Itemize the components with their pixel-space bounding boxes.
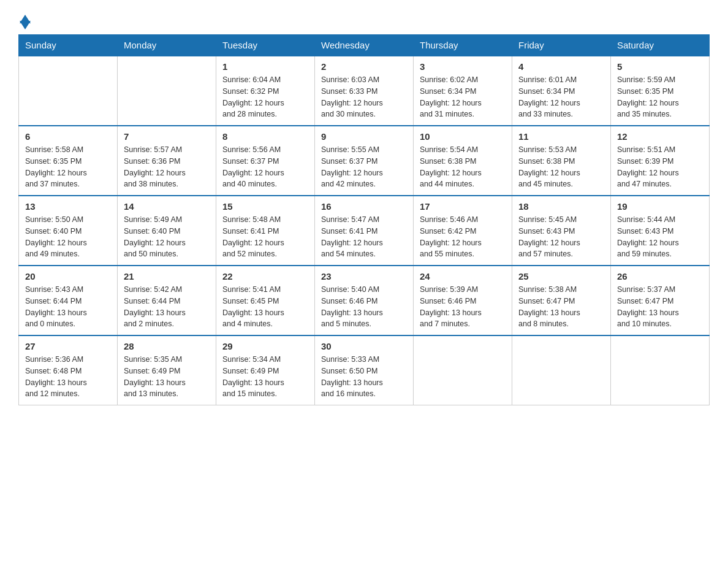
calendar-cell: 18Sunrise: 5:45 AM Sunset: 6:43 PM Dayli… xyxy=(512,196,611,266)
page-header xyxy=(18,12,710,27)
calendar-week-row: 27Sunrise: 5:36 AM Sunset: 6:48 PM Dayli… xyxy=(19,335,710,405)
calendar-week-row: 20Sunrise: 5:43 AM Sunset: 6:44 PM Dayli… xyxy=(19,266,710,335)
calendar-cell: 13Sunrise: 5:50 AM Sunset: 6:40 PM Dayli… xyxy=(19,196,118,266)
day-number: 3 xyxy=(420,61,506,72)
day-info: Sunrise: 5:43 AM Sunset: 6:44 PM Dayligh… xyxy=(25,284,111,330)
day-number: 29 xyxy=(222,341,308,351)
day-number: 27 xyxy=(25,341,111,351)
calendar-cell: 16Sunrise: 5:47 AM Sunset: 6:41 PM Dayli… xyxy=(315,196,414,266)
day-info: Sunrise: 5:55 AM Sunset: 6:37 PM Dayligh… xyxy=(321,144,407,190)
calendar-cell: 10Sunrise: 5:54 AM Sunset: 6:38 PM Dayli… xyxy=(414,126,512,196)
calendar-cell xyxy=(414,335,512,405)
calendar-cell: 11Sunrise: 5:53 AM Sunset: 6:38 PM Dayli… xyxy=(512,126,611,196)
calendar-cell: 22Sunrise: 5:41 AM Sunset: 6:45 PM Dayli… xyxy=(216,266,315,335)
day-info: Sunrise: 6:04 AM Sunset: 6:32 PM Dayligh… xyxy=(222,74,308,120)
day-number: 7 xyxy=(124,131,210,142)
calendar-cell: 30Sunrise: 5:33 AM Sunset: 6:50 PM Dayli… xyxy=(315,335,414,405)
calendar-cell: 26Sunrise: 5:37 AM Sunset: 6:47 PM Dayli… xyxy=(611,266,710,335)
day-info: Sunrise: 5:42 AM Sunset: 6:44 PM Dayligh… xyxy=(124,284,210,330)
day-info: Sunrise: 5:51 AM Sunset: 6:39 PM Dayligh… xyxy=(617,144,703,190)
day-number: 22 xyxy=(222,271,308,282)
day-number: 21 xyxy=(124,271,210,282)
calendar-cell xyxy=(512,335,611,405)
calendar-cell: 12Sunrise: 5:51 AM Sunset: 6:39 PM Dayli… xyxy=(611,126,710,196)
weekday-header-sunday: Sunday xyxy=(19,35,118,56)
calendar-cell: 14Sunrise: 5:49 AM Sunset: 6:40 PM Dayli… xyxy=(118,196,216,266)
day-number: 5 xyxy=(617,61,703,72)
day-info: Sunrise: 5:58 AM Sunset: 6:35 PM Dayligh… xyxy=(25,144,111,190)
weekday-header-tuesday: Tuesday xyxy=(216,35,315,56)
weekday-header-saturday: Saturday xyxy=(611,35,710,56)
day-number: 14 xyxy=(124,201,210,212)
day-number: 23 xyxy=(321,271,407,282)
day-number: 8 xyxy=(222,131,308,142)
calendar-cell: 23Sunrise: 5:40 AM Sunset: 6:46 PM Dayli… xyxy=(315,266,414,335)
day-info: Sunrise: 5:36 AM Sunset: 6:48 PM Dayligh… xyxy=(25,354,111,400)
day-info: Sunrise: 6:02 AM Sunset: 6:34 PM Dayligh… xyxy=(420,74,506,120)
calendar-cell: 20Sunrise: 5:43 AM Sunset: 6:44 PM Dayli… xyxy=(19,266,118,335)
day-info: Sunrise: 5:59 AM Sunset: 6:35 PM Dayligh… xyxy=(617,74,703,120)
day-number: 30 xyxy=(321,341,407,351)
day-number: 20 xyxy=(25,271,111,282)
day-number: 2 xyxy=(321,61,407,72)
day-number: 15 xyxy=(222,201,308,212)
calendar-cell: 25Sunrise: 5:38 AM Sunset: 6:47 PM Dayli… xyxy=(512,266,611,335)
calendar-cell: 7Sunrise: 5:57 AM Sunset: 6:36 PM Daylig… xyxy=(118,126,216,196)
day-info: Sunrise: 5:54 AM Sunset: 6:38 PM Dayligh… xyxy=(420,144,506,190)
calendar-cell: 4Sunrise: 6:01 AM Sunset: 6:34 PM Daylig… xyxy=(512,56,611,126)
day-number: 26 xyxy=(617,271,703,282)
day-info: Sunrise: 5:46 AM Sunset: 6:42 PM Dayligh… xyxy=(420,214,506,260)
calendar-cell: 6Sunrise: 5:58 AM Sunset: 6:35 PM Daylig… xyxy=(19,126,118,196)
day-info: Sunrise: 5:34 AM Sunset: 6:49 PM Dayligh… xyxy=(222,354,308,400)
day-number: 9 xyxy=(321,131,407,142)
day-number: 17 xyxy=(420,201,506,212)
calendar-week-row: 13Sunrise: 5:50 AM Sunset: 6:40 PM Dayli… xyxy=(19,196,710,266)
day-number: 10 xyxy=(420,131,506,142)
day-number: 24 xyxy=(420,271,506,282)
logo xyxy=(18,12,31,27)
calendar-cell: 21Sunrise: 5:42 AM Sunset: 6:44 PM Dayli… xyxy=(118,266,216,335)
day-info: Sunrise: 5:45 AM Sunset: 6:43 PM Dayligh… xyxy=(518,214,604,260)
calendar-table: SundayMondayTuesdayWednesdayThursdayFrid… xyxy=(18,34,710,405)
day-info: Sunrise: 5:35 AM Sunset: 6:49 PM Dayligh… xyxy=(124,354,210,400)
day-info: Sunrise: 6:03 AM Sunset: 6:33 PM Dayligh… xyxy=(321,74,407,120)
day-info: Sunrise: 5:33 AM Sunset: 6:50 PM Dayligh… xyxy=(321,354,407,400)
calendar-cell: 15Sunrise: 5:48 AM Sunset: 6:41 PM Dayli… xyxy=(216,196,315,266)
calendar-cell: 24Sunrise: 5:39 AM Sunset: 6:46 PM Dayli… xyxy=(414,266,512,335)
calendar-cell xyxy=(611,335,710,405)
calendar-week-row: 6Sunrise: 5:58 AM Sunset: 6:35 PM Daylig… xyxy=(19,126,710,196)
calendar-cell: 8Sunrise: 5:56 AM Sunset: 6:37 PM Daylig… xyxy=(216,126,315,196)
calendar-cell: 5Sunrise: 5:59 AM Sunset: 6:35 PM Daylig… xyxy=(611,56,710,126)
day-number: 6 xyxy=(25,131,111,142)
calendar-cell: 19Sunrise: 5:44 AM Sunset: 6:43 PM Dayli… xyxy=(611,196,710,266)
calendar-cell: 27Sunrise: 5:36 AM Sunset: 6:48 PM Dayli… xyxy=(19,335,118,405)
calendar-cell: 1Sunrise: 6:04 AM Sunset: 6:32 PM Daylig… xyxy=(216,56,315,126)
weekday-header-wednesday: Wednesday xyxy=(315,35,414,56)
day-info: Sunrise: 5:38 AM Sunset: 6:47 PM Dayligh… xyxy=(518,284,604,330)
day-info: Sunrise: 5:44 AM Sunset: 6:43 PM Dayligh… xyxy=(617,214,703,260)
calendar-cell xyxy=(118,56,216,126)
calendar-cell: 9Sunrise: 5:55 AM Sunset: 6:37 PM Daylig… xyxy=(315,126,414,196)
day-info: Sunrise: 5:56 AM Sunset: 6:37 PM Dayligh… xyxy=(222,144,308,190)
calendar-cell: 29Sunrise: 5:34 AM Sunset: 6:49 PM Dayli… xyxy=(216,335,315,405)
day-info: Sunrise: 6:01 AM Sunset: 6:34 PM Dayligh… xyxy=(518,74,604,120)
calendar-cell xyxy=(19,56,118,126)
calendar-cell: 28Sunrise: 5:35 AM Sunset: 6:49 PM Dayli… xyxy=(118,335,216,405)
day-info: Sunrise: 5:49 AM Sunset: 6:40 PM Dayligh… xyxy=(124,214,210,260)
day-info: Sunrise: 5:48 AM Sunset: 6:41 PM Dayligh… xyxy=(222,214,308,260)
day-number: 28 xyxy=(124,341,210,351)
day-number: 11 xyxy=(518,131,604,142)
weekday-header-thursday: Thursday xyxy=(414,35,512,56)
calendar-cell: 2Sunrise: 6:03 AM Sunset: 6:33 PM Daylig… xyxy=(315,56,414,126)
day-info: Sunrise: 5:50 AM Sunset: 6:40 PM Dayligh… xyxy=(25,214,111,260)
day-number: 18 xyxy=(518,201,604,212)
day-number: 1 xyxy=(222,61,308,72)
calendar-cell: 17Sunrise: 5:46 AM Sunset: 6:42 PM Dayli… xyxy=(414,196,512,266)
weekday-header-monday: Monday xyxy=(118,35,216,56)
day-info: Sunrise: 5:53 AM Sunset: 6:38 PM Dayligh… xyxy=(518,144,604,190)
day-info: Sunrise: 5:47 AM Sunset: 6:41 PM Dayligh… xyxy=(321,214,407,260)
day-number: 12 xyxy=(617,131,703,142)
day-number: 16 xyxy=(321,201,407,212)
weekday-header-row: SundayMondayTuesdayWednesdayThursdayFrid… xyxy=(19,35,710,56)
calendar-week-row: 1Sunrise: 6:04 AM Sunset: 6:32 PM Daylig… xyxy=(19,56,710,126)
